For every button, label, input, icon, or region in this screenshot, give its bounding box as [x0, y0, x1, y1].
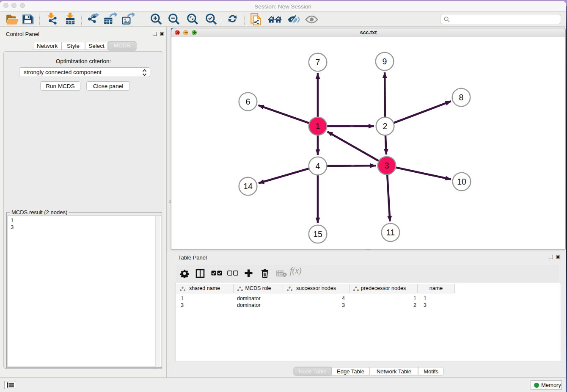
svg-text:15: 15 — [313, 229, 322, 239]
svg-text:14: 14 — [243, 182, 253, 191]
svg-text:9: 9 — [383, 57, 387, 66]
svg-text:3: 3 — [385, 161, 389, 170]
svg-text:2: 2 — [383, 121, 388, 131]
svg-text:7: 7 — [316, 58, 320, 67]
svg-text:4: 4 — [316, 161, 320, 171]
svg-text:6: 6 — [246, 97, 250, 106]
svg-text:11: 11 — [386, 228, 395, 237]
svg-text:10: 10 — [457, 177, 466, 186]
svg-text:1: 1 — [316, 121, 320, 131]
svg-text:8: 8 — [459, 93, 464, 102]
